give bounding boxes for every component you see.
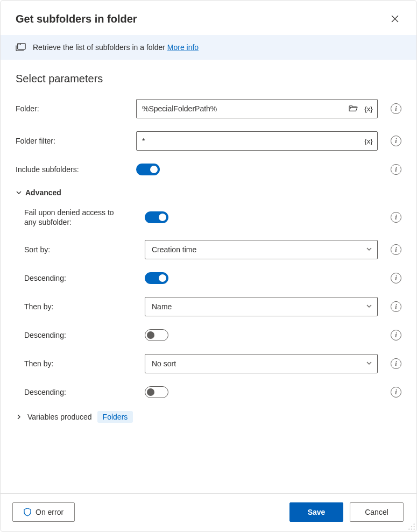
then-by1-select[interactable]: Name — [145, 297, 378, 316]
info-icon[interactable]: i — [391, 273, 401, 283]
dialog-content: Select parameters Folder: {x} i Folder f… — [1, 60, 416, 493]
variable-badge[interactable]: Folders — [97, 411, 133, 423]
info-icon[interactable]: i — [391, 387, 401, 398]
info-icon[interactable]: i — [391, 136, 401, 146]
fail-denied-toggle[interactable] — [145, 211, 168, 223]
info-banner: Retrieve the list of subfolders in a fol… — [1, 35, 416, 60]
include-subfolders-toggle[interactable] — [136, 164, 160, 175]
desc3-toggle[interactable] — [145, 386, 168, 398]
folder-input[interactable] — [136, 99, 378, 118]
desc2-label: Descending: — [16, 330, 140, 340]
row-desc2: Descending: i — [16, 329, 401, 341]
variable-picker-icon[interactable]: {x} — [362, 102, 376, 116]
svg-point-6 — [414, 529, 415, 530]
sort-by-select[interactable]: Creation time — [145, 240, 378, 259]
chevron-down-icon — [16, 189, 22, 196]
desc1-label: Descending: — [16, 273, 140, 283]
dialog-footer: On error Save Cancel — [1, 493, 416, 531]
svg-point-5 — [411, 529, 412, 530]
folder-label: Folder: — [16, 104, 132, 114]
fail-denied-label: Fail upon denied access to any subfolder… — [16, 208, 123, 227]
desc1-toggle[interactable] — [145, 272, 168, 284]
cancel-button[interactable]: Cancel — [350, 502, 404, 522]
row-desc3: Descending: i — [16, 386, 401, 398]
section-title: Select parameters — [16, 73, 401, 85]
then-by2-select[interactable]: No sort — [145, 354, 378, 373]
on-error-button[interactable]: On error — [12, 502, 75, 522]
row-folder: Folder: {x} i — [16, 99, 401, 118]
sort-by-label: Sort by: — [16, 245, 140, 254]
info-icon[interactable]: i — [391, 103, 401, 114]
variables-produced-label: Variables produced — [27, 413, 92, 421]
row-desc1: Descending: i — [16, 272, 401, 284]
browse-folder-icon[interactable] — [347, 102, 361, 116]
close-icon — [391, 15, 399, 23]
row-fail-denied: Fail upon denied access to any subfolder… — [16, 208, 401, 227]
variables-produced-toggle[interactable]: Variables produced Folders — [16, 411, 401, 423]
more-info-link[interactable]: More info — [167, 43, 199, 52]
close-button[interactable] — [386, 10, 404, 27]
then-by1-label: Then by: — [16, 302, 140, 311]
svg-rect-0 — [18, 44, 25, 49]
row-sort-by: Sort by: Creation time i — [16, 240, 401, 259]
row-then-by1: Then by: Name i — [16, 297, 401, 316]
folder-filter-label: Folder filter: — [16, 136, 132, 146]
desc2-toggle[interactable] — [145, 329, 168, 341]
advanced-section-toggle[interactable]: Advanced — [16, 188, 401, 197]
row-then-by2: Then by: No sort i — [16, 354, 401, 373]
folders-icon — [16, 42, 26, 52]
variable-picker-icon[interactable]: {x} — [362, 134, 376, 148]
info-icon[interactable]: i — [391, 164, 401, 175]
banner-text: Retrieve the list of subfolders in a fol… — [33, 43, 199, 52]
dialog: Get subfolders in folder Retrieve the li… — [0, 0, 417, 532]
dialog-title: Get subfolders in folder — [16, 13, 137, 25]
save-button[interactable]: Save — [289, 502, 343, 522]
info-icon[interactable]: i — [391, 212, 401, 223]
desc3-label: Descending: — [16, 387, 140, 397]
folder-filter-input[interactable] — [136, 131, 378, 151]
row-include-subfolders: Include subfolders: i — [16, 164, 401, 175]
svg-point-3 — [414, 526, 415, 527]
chevron-right-icon — [16, 414, 22, 420]
advanced-label: Advanced — [25, 188, 61, 197]
info-icon[interactable]: i — [391, 301, 401, 312]
row-folder-filter: Folder filter: {x} i — [16, 131, 401, 151]
info-icon[interactable]: i — [391, 244, 401, 255]
include-subfolders-label: Include subfolders: — [16, 165, 132, 174]
info-icon[interactable]: i — [391, 330, 401, 341]
svg-point-1 — [414, 523, 415, 524]
then-by2-label: Then by: — [16, 359, 140, 368]
svg-point-4 — [408, 529, 409, 530]
info-icon[interactable]: i — [391, 358, 401, 369]
shield-icon — [24, 508, 31, 516]
resize-grip-icon[interactable] — [408, 523, 415, 530]
svg-point-2 — [411, 526, 412, 527]
dialog-header: Get subfolders in folder — [1, 1, 416, 35]
